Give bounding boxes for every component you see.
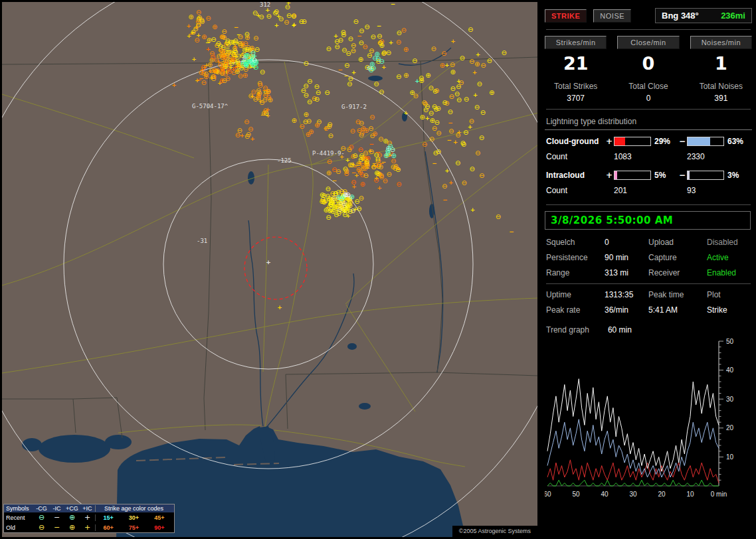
strike-symbol: ⊖ — [220, 33, 225, 40]
legend-col-pos-ic: +IC — [80, 505, 95, 512]
strike-symbol: ⊖ — [328, 132, 333, 139]
close-per-min-button[interactable]: Close/min — [617, 36, 679, 49]
strike-symbol: + — [286, 2, 292, 6]
strike-symbol: ⊖ — [486, 57, 492, 64]
upload-label: Upload — [648, 238, 707, 247]
legend-recent-symbols: ⊖−⊕+ — [34, 513, 95, 522]
strike-symbol: + — [205, 46, 211, 52]
strike-symbol: ⊖ — [463, 129, 468, 136]
y-tick-label: 20 — [726, 424, 734, 431]
ic-minus-bar — [687, 171, 724, 180]
control-panel: STRIKE NOISE Bng 348° 236mi Strikes/min … — [539, 0, 756, 539]
trend-series-close — [547, 480, 719, 486]
strike-symbol: ⊖ — [371, 33, 376, 40]
y-tick-label: 10 — [726, 453, 734, 461]
strike-symbol: − — [442, 196, 448, 203]
strike-symbol: ⊕ — [314, 121, 320, 129]
strike-symbol: ⊖ — [460, 139, 466, 147]
strike-symbol: ⊖ — [244, 118, 249, 125]
strike-symbol: ⊕ — [474, 60, 480, 68]
strike-symbol: ⊖ — [238, 72, 243, 80]
strike-symbol: ⊖ — [244, 133, 250, 140]
x-tick-label: 50 — [572, 491, 580, 498]
strike-symbol: − — [338, 66, 343, 73]
strike-symbol: ⊖ — [442, 183, 447, 190]
cg-minus-count: 2330 — [687, 152, 724, 161]
strike-symbol: ⊖ — [252, 9, 258, 17]
strike-symbol: ⊖ — [425, 103, 430, 110]
strike-symbol: ⊖ — [205, 15, 211, 22]
strike-symbol: + — [377, 185, 383, 191]
strike-age-code: 60+ — [104, 524, 114, 531]
x-tick-label: 10 — [686, 491, 694, 498]
strike-symbol: ⊖ — [222, 77, 227, 84]
bearing-value: Bng 348° — [662, 11, 699, 21]
strike-symbol: ⊖ — [363, 172, 369, 179]
strike-symbol: ⊖ — [194, 37, 199, 44]
legend-old-symbols: ⊖−⊕+ — [34, 523, 95, 532]
noise-button[interactable]: NOISE — [593, 9, 631, 23]
strike-symbol: − — [509, 228, 514, 235]
strike-symbol: + — [209, 74, 214, 81]
strike-symbol: ⊕ — [326, 169, 331, 177]
legend-row-recent: Recent ⊖−⊕+ 15+30+45+ — [4, 512, 174, 522]
strike-symbol: ⊖ — [450, 61, 455, 68]
trend-graph-label: Trend graph — [546, 325, 589, 335]
strike-symbol: + — [448, 179, 454, 186]
strikes-per-min-button[interactable]: Strikes/min — [545, 36, 607, 49]
trend-window-value: 60 min — [608, 325, 632, 335]
legend-col-neg-cg: -CG — [34, 505, 49, 512]
map-label: P-4419-9- — [312, 150, 345, 157]
strike-age-code: 90+ — [154, 524, 164, 531]
legend-age-header: Strike age color codes — [95, 505, 172, 512]
strike-symbol: ⊖ — [258, 82, 263, 89]
strike-symbol: ⊖ — [266, 13, 272, 20]
total-close-label: Total Close — [617, 82, 679, 91]
map-label: G-917-2 — [341, 104, 367, 110]
strike-symbol: ⊖ — [397, 29, 402, 37]
persistence-label: Persistence — [546, 253, 605, 262]
strike-button[interactable]: STRIKE — [545, 9, 587, 23]
total-strikes-label: Total Strikes — [545, 82, 607, 91]
trend-series-cloud-ground — [547, 420, 719, 477]
trend-graph-header: Trend graph 60 min — [546, 325, 752, 335]
noises-per-min-button[interactable]: Noises/min — [690, 36, 752, 49]
strike-symbol: ⊖ — [448, 127, 454, 135]
receiver-status: Enabled — [707, 268, 752, 277]
strike-symbol: + — [354, 172, 359, 179]
upload-status: Disabled — [707, 238, 752, 247]
peak-time-label: Peak time — [648, 290, 707, 299]
strike-symbol: ⊖ — [371, 163, 376, 171]
strike-symbol: + — [456, 78, 462, 84]
strike-symbol: ⊖ — [345, 191, 351, 198]
total-strikes-value: 3707 — [545, 94, 607, 103]
strike-symbol: ⊖ — [502, 49, 507, 56]
strike-symbol: ⊖ — [326, 185, 331, 193]
legend-col-pos-cg: +CG — [64, 505, 80, 512]
peak-rate-label: Peak rate — [546, 305, 605, 315]
strike-symbol: + — [389, 39, 394, 46]
strike-symbol: ⊕ — [450, 68, 456, 76]
lightning-map[interactable]: ⊖⊖⊖⊖⊖⊖−⊖−⊖⊖−⊖⊖⊕⊕⊖−⊕⊖⊖⊖+⊕⊕+⊕⊖⊖⊖+⊖⊖⊖⊖⊖⊕⊖⊖−… — [2, 2, 537, 537]
strike-symbol: ⊕ — [360, 125, 365, 132]
strike-symbol: − — [448, 119, 453, 126]
strike-symbol: ⊖ — [327, 158, 332, 165]
strike-symbol: ⊖ — [237, 33, 242, 40]
strike-symbol: ⊖ — [359, 194, 364, 202]
x-tick-label: 20 — [658, 491, 666, 498]
strike-symbol: ⊖ — [284, 19, 289, 26]
strike-symbol: ⊕ — [358, 56, 363, 63]
cg-plus-bar — [614, 137, 651, 146]
strike-symbol: ⊖ — [368, 125, 373, 132]
strike-symbol: ⊕ — [403, 72, 409, 79]
strike-symbol: ⊖ — [441, 50, 446, 57]
map-label: -31 — [197, 238, 207, 244]
distribution-title: Lightning type distribution — [545, 116, 752, 130]
x-tick-label: 30 — [629, 491, 637, 498]
strike-symbol: + — [233, 64, 238, 70]
capture-label: Capture — [648, 253, 707, 262]
strike-symbol: ⊖ — [337, 206, 342, 213]
strike-age-code: 15+ — [104, 514, 114, 521]
bearing-distance: 236mi — [721, 11, 745, 21]
ic-minus-count: 93 — [687, 186, 724, 195]
